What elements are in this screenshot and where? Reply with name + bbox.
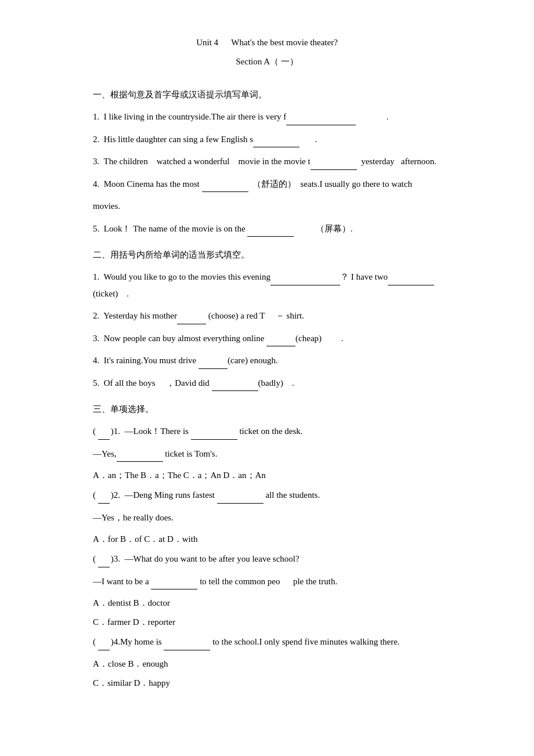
list-item: —I want to be a to tell the common peo p…	[93, 573, 441, 590]
choice-row: C．similar D．happy	[93, 675, 441, 691]
choice-row: A．an；The B．a；The C．a；An D．an；An	[93, 468, 441, 483]
list-item: 3. The children watched a wonderful movi…	[93, 153, 441, 170]
blank-2-2[interactable]	[177, 314, 206, 324]
list-item: ( )4.My home is to the school.I only spe…	[93, 634, 441, 650]
blank-2-1a[interactable]	[270, 275, 340, 285]
choice-row: A．dentist B．doctor	[93, 595, 441, 611]
part1-header: 一、根据句意及首字母或汉语提示填写单词。	[93, 87, 441, 103]
list-item: 2. His little daughter can sing a few En…	[93, 131, 441, 148]
list-item: 4. Moon Cinema has the most （舒适的） seats.…	[93, 176, 441, 193]
blank-2-4[interactable]	[199, 359, 228, 369]
blank-3-3[interactable]	[151, 579, 197, 589]
answer-paren-3-1[interactable]	[98, 431, 110, 440]
list-item: 5. Of all the boys ，David did (badly) .	[93, 375, 441, 392]
list-item: 2. Yesterday his mother (choose) a red T…	[93, 308, 441, 324]
choice-row: C．farmer D．reporter	[93, 614, 441, 630]
list-item: 5. Look！ The name of the movie is on the…	[93, 220, 441, 237]
list-item: —Yes, ticket is Tom's.	[93, 446, 441, 462]
part2-header: 二、用括号内所给单词的适当形式填空。	[93, 247, 441, 263]
list-item: ( )1. —Look！There is ticket on the desk.	[93, 423, 441, 440]
choice-row: A．close B．enough	[93, 656, 441, 672]
choice-row: A．for B．of C．at D．with	[93, 531, 441, 547]
list-item: ( )2. —Deng Ming runs fastest all the st…	[93, 487, 441, 504]
list-item: 1. Would you like to go to the movies th…	[93, 269, 441, 302]
answer-paren-3-3[interactable]	[98, 558, 110, 567]
blank-1-5[interactable]	[247, 226, 294, 237]
blank-2-3[interactable]	[266, 336, 295, 346]
blank-1-2[interactable]	[253, 137, 300, 147]
blank-2-1b[interactable]	[388, 275, 434, 285]
list-item: movies.	[93, 198, 441, 215]
answer-paren-3-2[interactable]	[98, 494, 110, 504]
list-item: —Yes，he really does.	[93, 509, 441, 526]
list-item: 1. I like living in the countryside.The …	[93, 108, 441, 125]
unit-title: What's the best movie theater?	[231, 38, 337, 47]
blank-3-2[interactable]	[217, 493, 264, 504]
part3-header: 三、单项选择。	[93, 401, 441, 417]
blank-3-1b[interactable]	[117, 451, 163, 462]
blank-1-4[interactable]	[202, 182, 248, 192]
list-item: ( )3. —What do you want to be after you …	[93, 551, 441, 567]
blank-3-1a[interactable]	[191, 429, 237, 440]
answer-paren-3-4[interactable]	[98, 641, 110, 650]
blank-1-3[interactable]	[311, 160, 357, 170]
blank-1-1[interactable]	[286, 115, 356, 125]
blank-3-4[interactable]	[164, 640, 210, 650]
list-item: 4. It's raining.You must drive (care) en…	[93, 352, 441, 369]
section-title: Section A（ 一）	[93, 54, 441, 70]
unit-label: Unit 4	[196, 38, 218, 47]
blank-2-5[interactable]	[212, 381, 258, 391]
page-title: Unit 4 What's the best movie theater?	[93, 35, 441, 50]
list-item: 3. Now people can buy almost everything …	[93, 330, 441, 347]
